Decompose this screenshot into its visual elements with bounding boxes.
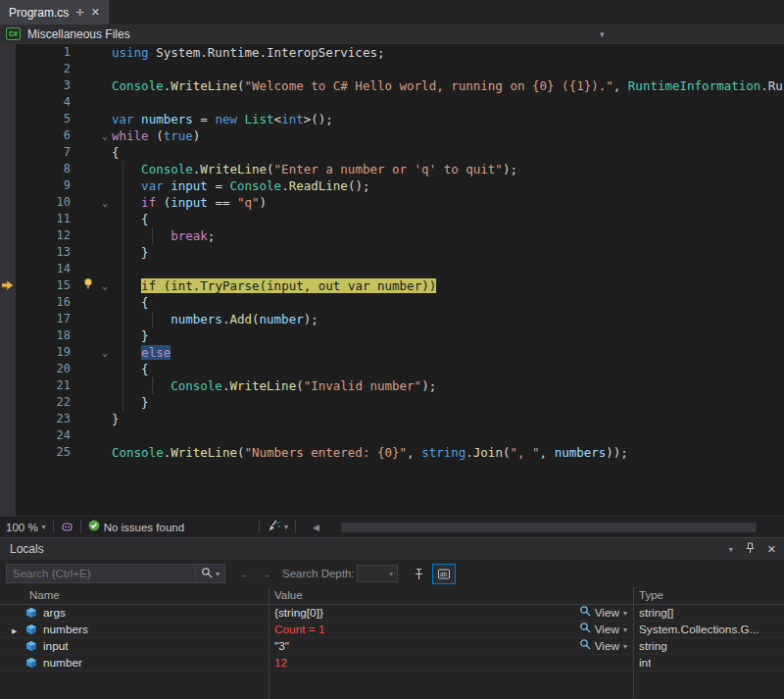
chevron-down-icon: ▾ (284, 523, 288, 531)
column-header-type[interactable]: Type (639, 589, 663, 601)
code-line[interactable]: 17 numbers.Add(number); (0, 311, 784, 327)
tab-program-cs[interactable]: Program.cs ✛ ✕ (0, 0, 109, 25)
code-text[interactable]: { (112, 294, 784, 311)
code-line[interactable]: 16 { (0, 294, 784, 311)
code-line[interactable]: 23} (0, 411, 784, 427)
code-text[interactable]: Console.WriteLine("Invalid number"); (112, 377, 784, 394)
code-text[interactable]: { (112, 211, 784, 227)
search-icon[interactable] (201, 567, 213, 581)
code-text[interactable]: Console.WriteLine("Numbers entered: {0}"… (112, 444, 784, 461)
code-text[interactable]: Console.WriteLine("Enter a number or 'q'… (112, 161, 784, 177)
code-line[interactable]: 13 } (0, 244, 784, 261)
view-visualizer-button[interactable]: View▾ (579, 605, 627, 622)
code-text[interactable]: using System.Runtime.InteropServices; (112, 44, 784, 61)
code-line[interactable]: 25Console.WriteLine("Numbers entered: {0… (0, 444, 784, 461)
code-text[interactable]: numbers.Add(number); (112, 311, 784, 327)
code-text[interactable]: Console.WriteLine("Welcome to C# Hello w… (112, 77, 784, 94)
code-line[interactable]: 10⌄ if (input == "q") (0, 194, 784, 211)
fold-margin (98, 161, 112, 177)
code-text[interactable]: var input = Console.ReadLine(); (112, 177, 784, 194)
code-text[interactable]: else (112, 344, 784, 361)
close-tab-icon[interactable]: ✕ (91, 6, 100, 19)
code-line[interactable]: 22 } (0, 394, 784, 411)
fold-chevron-icon[interactable]: ⌄ (98, 127, 112, 144)
navigation-bar[interactable]: C# Miscellaneous Files ▾ (0, 25, 784, 44)
fold-margin (98, 394, 112, 411)
code-text[interactable]: } (112, 411, 784, 427)
view-visualizer-button[interactable]: View▾ (579, 638, 627, 655)
code-line[interactable]: 20 { (0, 361, 784, 377)
code-line[interactable]: 5var numbers = new List<int>(); (0, 111, 784, 127)
chevron-down-icon[interactable]: ▾ (600, 29, 605, 39)
code-text[interactable]: { (112, 361, 784, 377)
locals-row-number[interactable]: number12int (0, 655, 784, 672)
code-line[interactable]: 24 (0, 427, 784, 444)
code-line[interactable]: 8 Console.WriteLine("Enter a number or '… (0, 161, 784, 177)
close-icon[interactable]: ✕ (767, 543, 776, 556)
code-line[interactable]: 21 Console.WriteLine("Invalid number"); (0, 377, 784, 394)
text-visualizer-toggle-icon[interactable]: ab (432, 564, 456, 584)
code-line[interactable]: 4 (0, 94, 784, 111)
glyph-margin (78, 94, 98, 111)
glyph-margin (78, 161, 98, 177)
code-text[interactable] (112, 94, 784, 111)
search-box[interactable]: ▾ (6, 564, 225, 583)
divider (53, 521, 54, 533)
expand-toggle-icon[interactable]: ▶ (12, 623, 17, 639)
locals-title-bar[interactable]: Locals ▾ ✕ (0, 538, 784, 560)
column-header-name[interactable]: Name (29, 589, 60, 601)
copilot-status-icon[interactable] (61, 521, 74, 533)
code-text[interactable]: } (112, 327, 784, 344)
code-line[interactable]: 1using System.Runtime.InteropServices; (0, 44, 784, 61)
lightbulb-icon[interactable] (78, 277, 98, 294)
code-editor[interactable]: 1using System.Runtime.InteropServices;23… (0, 44, 784, 516)
code-line[interactable]: 12 break; (0, 227, 784, 244)
code-line[interactable]: 7{ (0, 144, 784, 161)
code-text[interactable] (112, 61, 784, 77)
fold-chevron-icon[interactable]: ⌄ (98, 194, 112, 211)
code-line[interactable]: 6⌄while (true) (0, 127, 784, 144)
code-line[interactable]: 9 var input = Console.ReadLine(); (0, 177, 784, 194)
document-health-indicator[interactable]: No issues found (88, 520, 184, 534)
locals-row-input[interactable]: input"3"View▾string (0, 638, 784, 655)
search-input[interactable] (7, 568, 195, 579)
code-area[interactable]: 1using System.Runtime.InteropServices;23… (0, 44, 784, 461)
code-line[interactable]: 18 } (0, 327, 784, 344)
code-text[interactable]: } (112, 244, 784, 261)
code-line[interactable]: 11 { (0, 211, 784, 227)
pin-to-source-icon[interactable] (408, 564, 429, 584)
line-number: 6 (16, 127, 78, 144)
search-back-arrow-icon[interactable]: ← (239, 567, 252, 581)
view-visualizer-button[interactable]: View▾ (579, 622, 627, 638)
horizontal-scrollbar-thumb[interactable] (341, 523, 757, 532)
fold-chevron-icon[interactable]: ⌄ (98, 277, 112, 294)
scrollbar-left-arrow[interactable]: ◀ (313, 523, 319, 532)
code-line[interactable]: 15⌄ if (int.TryParse(input, out var numb… (0, 277, 784, 294)
pin-icon[interactable] (745, 542, 756, 557)
chevron-down-icon[interactable]: ▾ (216, 570, 220, 578)
code-text[interactable]: while (true) (112, 127, 784, 144)
search-forward-arrow-icon[interactable]: → (259, 567, 271, 581)
code-line[interactable]: 14 (0, 261, 784, 277)
code-cleanup-button[interactable]: ▾ (267, 520, 288, 535)
glyph-margin (78, 361, 98, 377)
code-text[interactable]: if (input == "q") (112, 194, 784, 211)
code-text[interactable]: if (int.TryParse(input, out var number)) (112, 277, 784, 294)
search-depth-combo[interactable]: ▾ (357, 565, 398, 582)
grid-header-row[interactable]: Name Value Type (0, 587, 784, 605)
locals-row-args[interactable]: args{string[0]}View▾string[] (0, 605, 784, 622)
window-position-icon[interactable]: ▾ (729, 545, 733, 554)
code-line[interactable]: 19⌄ else (0, 344, 784, 361)
column-header-value[interactable]: Value (274, 589, 303, 601)
fold-chevron-icon[interactable]: ⌄ (98, 344, 112, 361)
code-text[interactable] (112, 427, 784, 444)
code-text[interactable]: var numbers = new List<int>(); (112, 111, 784, 127)
code-text[interactable]: { (112, 144, 784, 161)
locals-row-numbers[interactable]: ▶numbersCount = 1View▾System.Collections… (0, 622, 784, 638)
code-text[interactable]: break; (112, 227, 784, 244)
code-line[interactable]: 3Console.WriteLine("Welcome to C# Hello … (0, 77, 784, 94)
zoom-control[interactable]: 100 % ▾ (0, 522, 46, 533)
code-text[interactable] (112, 261, 784, 277)
code-line[interactable]: 2 (0, 61, 784, 77)
code-text[interactable]: } (112, 394, 784, 411)
